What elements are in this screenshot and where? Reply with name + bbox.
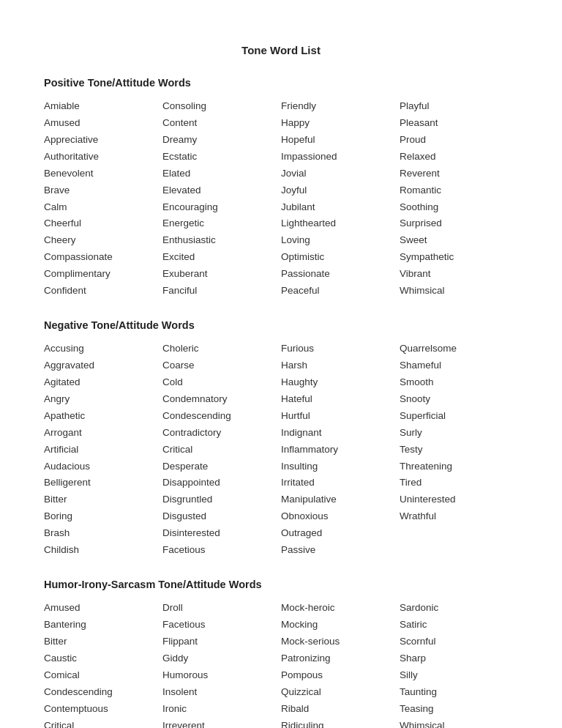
- word-column-humor-3: SardonicSatiricScornfulSharpSillyTauntin…: [400, 601, 518, 728]
- word-item: Cheerful: [44, 216, 162, 231]
- word-item: Compassionate: [44, 250, 162, 265]
- word-item: Peaceful: [281, 283, 400, 299]
- word-item: Consoling: [162, 99, 281, 114]
- word-item: Ecstatic: [162, 149, 281, 165]
- word-item: Agitated: [44, 375, 162, 390]
- word-item: Irreverent: [162, 718, 281, 729]
- word-item: Manipulative: [281, 492, 400, 508]
- word-item: Aggravated: [44, 358, 162, 374]
- word-item: Whimsical: [400, 718, 518, 729]
- word-grid-humor: AmusedBanteringBitterCausticComicalConde…: [44, 601, 518, 728]
- word-item: Haughty: [281, 375, 400, 390]
- word-item: Bantering: [44, 617, 162, 633]
- word-item: Harsh: [281, 358, 400, 374]
- word-item: Disgruntled: [162, 492, 281, 508]
- word-item: Complimentary: [44, 267, 162, 282]
- word-item: Contemptuous: [44, 702, 162, 717]
- word-column-positive-2: FriendlyHappyHopefulImpassionedJovialJoy…: [281, 99, 400, 299]
- section-heading-positive: Positive Tone/Attitude Words: [44, 77, 518, 89]
- page-title: Tone Word List: [44, 44, 518, 56]
- word-item: Mock-heroic: [281, 601, 400, 616]
- word-item: Elated: [162, 166, 281, 182]
- word-item: Accusing: [44, 341, 162, 357]
- word-item: Contradictory: [162, 426, 281, 441]
- word-item: Giddy: [162, 651, 281, 666]
- word-item: Energetic: [162, 216, 281, 231]
- word-item: Teasing: [400, 702, 518, 717]
- word-column-negative-1: CholericCoarseColdCondemnatoryCondescend…: [162, 341, 281, 558]
- word-item: Bitter: [44, 492, 162, 508]
- word-item: Ribald: [281, 702, 400, 717]
- word-item: Confident: [44, 283, 162, 299]
- word-item: Humorous: [162, 668, 281, 683]
- word-item: Soothing: [400, 200, 518, 215]
- word-item: Exuberant: [162, 267, 281, 282]
- word-item: Authoritative: [44, 149, 162, 165]
- word-item: Boring: [44, 509, 162, 524]
- word-item: Hurtful: [281, 409, 400, 424]
- word-item: Belligerent: [44, 475, 162, 491]
- word-item: Condescending: [44, 685, 162, 700]
- word-item: Condemnatory: [162, 392, 281, 407]
- word-item: Brave: [44, 183, 162, 198]
- word-item: Ironic: [162, 702, 281, 717]
- word-item: Wrathful: [400, 509, 518, 524]
- word-column-negative-0: AccusingAggravatedAgitatedAngryApathetic…: [44, 341, 162, 558]
- word-item: Facetious: [162, 543, 281, 558]
- word-item: Sardonic: [400, 601, 518, 616]
- word-item: Mocking: [281, 617, 400, 633]
- word-item: Condescending: [162, 409, 281, 424]
- word-item: Lighthearted: [281, 216, 400, 231]
- word-item: Impassioned: [281, 149, 400, 165]
- word-item: Flippant: [162, 634, 281, 650]
- word-item: Patronizing: [281, 651, 400, 666]
- word-item: Cheery: [44, 233, 162, 248]
- section-heading-negative: Negative Tone/Attitude Words: [44, 319, 518, 331]
- word-item: Uninterested: [400, 492, 518, 508]
- word-item: Silly: [400, 668, 518, 683]
- word-item: Cold: [162, 375, 281, 390]
- word-item: Superficial: [400, 409, 518, 424]
- word-item: Surly: [400, 426, 518, 441]
- word-item: Coarse: [162, 358, 281, 374]
- word-item: Quizzical: [281, 685, 400, 700]
- word-item: Threatening: [400, 459, 518, 475]
- word-item: Hopeful: [281, 133, 400, 148]
- word-item: Critical: [162, 442, 281, 458]
- word-item: Content: [162, 116, 281, 131]
- word-item: Surprised: [400, 216, 518, 231]
- word-item: Sharp: [400, 651, 518, 666]
- word-item: Fanciful: [162, 283, 281, 299]
- word-item: Benevolent: [44, 166, 162, 182]
- word-item: Dreamy: [162, 133, 281, 148]
- word-item: Mock-serious: [281, 634, 400, 650]
- word-item: Ridiculing: [281, 718, 400, 729]
- word-item: Satiric: [400, 617, 518, 633]
- word-item: Relaxed: [400, 149, 518, 165]
- word-item: Passionate: [281, 267, 400, 282]
- word-item: Scornful: [400, 634, 518, 650]
- word-item: Loving: [281, 233, 400, 248]
- word-item: Irritated: [281, 475, 400, 491]
- word-item: Desperate: [162, 459, 281, 475]
- word-item: Excited: [162, 250, 281, 265]
- word-item: Hateful: [281, 392, 400, 407]
- word-item: Passive: [281, 543, 400, 558]
- word-item: Happy: [281, 116, 400, 131]
- word-item: Pleasant: [400, 116, 518, 131]
- section-positive: Positive Tone/Attitude WordsAmiableAmuse…: [44, 77, 518, 299]
- word-item: Angry: [44, 392, 162, 407]
- word-item: Jubilant: [281, 200, 400, 215]
- word-item: Childish: [44, 543, 162, 558]
- word-item: Caustic: [44, 651, 162, 666]
- word-item: Shameful: [400, 358, 518, 374]
- word-item: Encouraging: [162, 200, 281, 215]
- word-item: Choleric: [162, 341, 281, 357]
- word-item: Tired: [400, 475, 518, 491]
- word-column-humor-2: Mock-heroicMockingMock-seriousPatronizin…: [281, 601, 400, 728]
- word-item: Romantic: [400, 183, 518, 198]
- word-item: Sympathetic: [400, 250, 518, 265]
- word-item: Obnoxious: [281, 509, 400, 524]
- word-item: Friendly: [281, 99, 400, 114]
- word-item: Insulting: [281, 459, 400, 475]
